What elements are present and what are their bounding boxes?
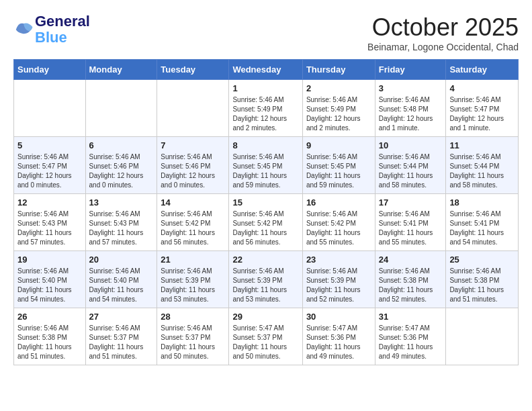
day-number: 13 [89,197,154,208]
day-number: 23 [306,255,371,265]
calendar-cell: 27Sunrise: 5:46 AM Sunset: 5:37 PM Dayli… [85,308,157,365]
day-number: 10 [379,140,443,150]
day-number: 25 [449,255,515,265]
day-info: Sunrise: 5:46 AM Sunset: 5:49 PM Dayligh… [306,95,371,133]
location-subtitle: Beinamar, Logone Occidental, Chad [367,42,519,52]
day-info: Sunrise: 5:47 AM Sunset: 5:36 PM Dayligh… [379,324,443,361]
day-info: Sunrise: 5:46 AM Sunset: 5:37 PM Dayligh… [89,324,154,361]
calendar-cell: 1Sunrise: 5:46 AM Sunset: 5:49 PM Daylig… [229,80,302,137]
calendar-cell: 19Sunrise: 5:46 AM Sunset: 5:40 PM Dayli… [14,251,86,308]
day-info: Sunrise: 5:46 AM Sunset: 5:41 PM Dayligh… [449,210,515,247]
calendar-cell [446,308,519,365]
calendar-cell: 8Sunrise: 5:46 AM Sunset: 5:45 PM Daylig… [229,137,302,194]
day-info: Sunrise: 5:46 AM Sunset: 5:38 PM Dayligh… [449,267,515,304]
calendar-cell: 21Sunrise: 5:46 AM Sunset: 5:39 PM Dayli… [157,251,229,308]
day-number: 28 [161,312,225,322]
day-number: 1 [232,83,298,93]
logo-icon [13,19,34,40]
calendar-cell: 5Sunrise: 5:46 AM Sunset: 5:47 PM Daylig… [14,137,86,194]
day-number: 6 [89,140,154,150]
calendar-cell: 3Sunrise: 5:46 AM Sunset: 5:48 PM Daylig… [375,80,446,137]
day-info: Sunrise: 5:46 AM Sunset: 5:39 PM Dayligh… [306,267,371,304]
calendar-cell: 6Sunrise: 5:46 AM Sunset: 5:46 PM Daylig… [85,137,157,194]
day-number: 12 [17,197,82,208]
week-row-5: 26Sunrise: 5:46 AM Sunset: 5:38 PM Dayli… [14,308,519,365]
day-info: Sunrise: 5:46 AM Sunset: 5:45 PM Dayligh… [232,152,298,190]
day-info: Sunrise: 5:46 AM Sunset: 5:46 PM Dayligh… [161,152,225,190]
day-number: 3 [379,83,443,93]
day-number: 15 [232,197,298,208]
logo-text: GeneralBlue [35,13,90,46]
calendar-cell: 9Sunrise: 5:46 AM Sunset: 5:45 PM Daylig… [302,137,375,194]
calendar-cell [85,80,157,137]
header-saturday: Saturday [446,60,519,80]
calendar-cell: 12Sunrise: 5:46 AM Sunset: 5:43 PM Dayli… [14,194,86,251]
day-number: 17 [379,197,443,208]
calendar-cell: 31Sunrise: 5:47 AM Sunset: 5:36 PM Dayli… [375,308,446,365]
day-info: Sunrise: 5:46 AM Sunset: 5:44 PM Dayligh… [449,152,515,190]
day-info: Sunrise: 5:46 AM Sunset: 5:38 PM Dayligh… [379,267,443,304]
day-info: Sunrise: 5:46 AM Sunset: 5:49 PM Dayligh… [232,95,298,133]
day-number: 16 [306,197,371,208]
day-info: Sunrise: 5:46 AM Sunset: 5:40 PM Dayligh… [17,267,82,304]
day-number: 27 [89,312,154,322]
day-info: Sunrise: 5:47 AM Sunset: 5:37 PM Dayligh… [232,324,298,361]
calendar-cell: 16Sunrise: 5:46 AM Sunset: 5:42 PM Dayli… [302,194,375,251]
header-friday: Friday [375,60,446,80]
day-number: 31 [379,312,443,322]
calendar-cell: 29Sunrise: 5:47 AM Sunset: 5:37 PM Dayli… [229,308,302,365]
day-number: 22 [232,255,298,265]
day-number: 26 [17,312,82,322]
calendar-cell: 14Sunrise: 5:46 AM Sunset: 5:42 PM Dayli… [157,194,229,251]
day-number: 20 [89,255,154,265]
day-info: Sunrise: 5:46 AM Sunset: 5:37 PM Dayligh… [161,324,225,361]
day-number: 30 [306,312,371,322]
calendar-cell: 13Sunrise: 5:46 AM Sunset: 5:43 PM Dayli… [85,194,157,251]
day-info: Sunrise: 5:46 AM Sunset: 5:42 PM Dayligh… [232,210,298,247]
day-number: 2 [306,83,371,93]
title-block: October 2025 Beinamar, Logone Occidental… [367,13,519,52]
calendar-cell: 28Sunrise: 5:46 AM Sunset: 5:37 PM Dayli… [157,308,229,365]
header-wednesday: Wednesday [229,60,302,80]
day-number: 5 [17,140,82,150]
header-tuesday: Tuesday [157,60,229,80]
day-number: 8 [232,140,298,150]
day-info: Sunrise: 5:46 AM Sunset: 5:40 PM Dayligh… [89,267,154,304]
calendar-cell: 24Sunrise: 5:46 AM Sunset: 5:38 PM Dayli… [375,251,446,308]
calendar-cell: 26Sunrise: 5:46 AM Sunset: 5:38 PM Dayli… [14,308,86,365]
day-info: Sunrise: 5:46 AM Sunset: 5:42 PM Dayligh… [161,210,225,247]
calendar-cell: 23Sunrise: 5:46 AM Sunset: 5:39 PM Dayli… [302,251,375,308]
day-info: Sunrise: 5:46 AM Sunset: 5:47 PM Dayligh… [17,152,82,190]
calendar-cell [157,80,229,137]
day-number: 11 [449,140,515,150]
calendar-cell: 15Sunrise: 5:46 AM Sunset: 5:42 PM Dayli… [229,194,302,251]
day-number: 19 [17,255,82,265]
calendar-cell: 22Sunrise: 5:46 AM Sunset: 5:39 PM Dayli… [229,251,302,308]
day-info: Sunrise: 5:47 AM Sunset: 5:36 PM Dayligh… [306,324,371,361]
calendar-cell: 25Sunrise: 5:46 AM Sunset: 5:38 PM Dayli… [446,251,519,308]
calendar-cell: 4Sunrise: 5:46 AM Sunset: 5:47 PM Daylig… [446,80,519,137]
day-number: 9 [306,140,371,150]
week-row-1: 1Sunrise: 5:46 AM Sunset: 5:49 PM Daylig… [14,80,519,137]
day-info: Sunrise: 5:46 AM Sunset: 5:44 PM Dayligh… [379,152,443,190]
header-monday: Monday [85,60,157,80]
calendar-cell: 17Sunrise: 5:46 AM Sunset: 5:41 PM Dayli… [375,194,446,251]
day-info: Sunrise: 5:46 AM Sunset: 5:43 PM Dayligh… [17,210,82,247]
day-info: Sunrise: 5:46 AM Sunset: 5:46 PM Dayligh… [89,152,154,190]
calendar-cell: 18Sunrise: 5:46 AM Sunset: 5:41 PM Dayli… [446,194,519,251]
day-info: Sunrise: 5:46 AM Sunset: 5:45 PM Dayligh… [306,152,371,190]
calendar-cell: 10Sunrise: 5:46 AM Sunset: 5:44 PM Dayli… [375,137,446,194]
day-info: Sunrise: 5:46 AM Sunset: 5:41 PM Dayligh… [379,210,443,247]
day-number: 7 [161,140,225,150]
calendar-cell [14,80,86,137]
calendar-cell: 30Sunrise: 5:47 AM Sunset: 5:36 PM Dayli… [302,308,375,365]
week-row-2: 5Sunrise: 5:46 AM Sunset: 5:47 PM Daylig… [14,137,519,194]
logo: GeneralBlue [13,13,90,46]
day-number: 18 [449,197,515,208]
day-number: 14 [161,197,225,208]
calendar-header-row: SundayMondayTuesdayWednesdayThursdayFrid… [14,60,519,80]
day-info: Sunrise: 5:46 AM Sunset: 5:43 PM Dayligh… [89,210,154,247]
day-info: Sunrise: 5:46 AM Sunset: 5:42 PM Dayligh… [306,210,371,247]
day-info: Sunrise: 5:46 AM Sunset: 5:39 PM Dayligh… [232,267,298,304]
calendar-cell: 7Sunrise: 5:46 AM Sunset: 5:46 PM Daylig… [157,137,229,194]
